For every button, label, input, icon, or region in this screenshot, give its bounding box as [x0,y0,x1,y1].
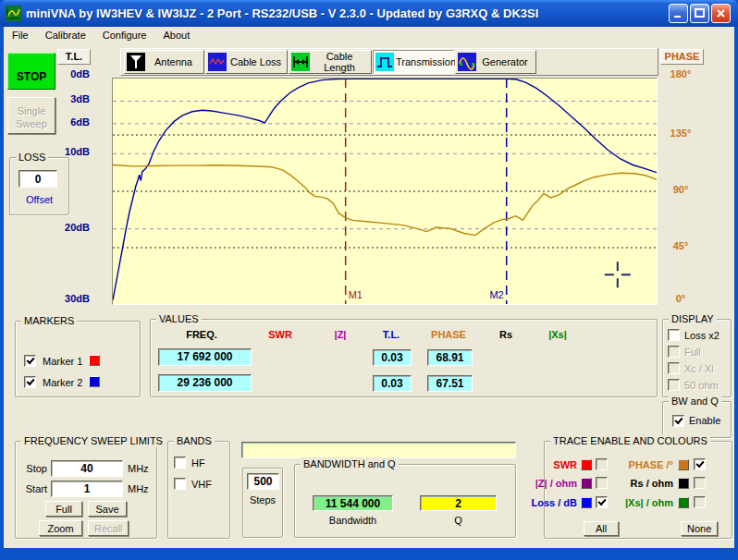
bands-group: BANDS [167,441,230,539]
close-button[interactable] [711,4,731,23]
chart-plot-area[interactable]: M1M2 [112,78,658,305]
tl-tick-20db: 20dB [43,222,90,233]
marker-2-color-chip[interactable] [89,376,100,387]
start-label: Start [21,483,47,494]
trace-label-swr: SWR [503,459,577,470]
mode-toolbar: AntennaCable LossCable LengthTransmissio… [120,48,658,76]
phase-value-m1: 68.91 [427,349,473,366]
display-full-label: Full [684,347,701,358]
maximize-button[interactable] [690,4,709,23]
trace-enable-group: TRACE ENABLE AND COLOURS All None [544,441,732,539]
display-50-ohm-checkbox [668,379,680,391]
marker-1-label: Marker 1 [43,356,82,367]
window-title: miniVNA by IW3HEV & IW3IJZ - 2 Port - RS… [26,6,669,20]
menu-item-file[interactable]: File [4,28,37,43]
steps-input[interactable] [247,473,279,490]
tab-label-transmission: Transmission [396,56,460,67]
bandwidth-label: Bandwidth [313,515,393,526]
trace-loss-db [113,79,657,300]
tl-tick-6db: 6dB [43,116,90,128]
steps-label: Steps [243,494,282,505]
antenna-icon [127,53,145,71]
trace-label-rs-ohm: Rs / ohm [599,478,673,489]
trace-chip-phase[interactable] [678,459,689,470]
trace-label-phase: PHASE /° [599,459,673,470]
tab-generator[interactable]: Generator [455,50,536,74]
display-xc-xl-label: Xc / Xl [684,363,714,374]
values-header-xs: |Xs| [525,329,590,340]
band-hf-checkbox[interactable] [174,457,186,469]
save-button[interactable]: Save [88,501,127,517]
freq-value-m2: 29 236 000 [158,374,252,392]
app-icon [6,6,21,21]
values-header-freq: FREQ. [169,329,234,340]
titlebar[interactable]: miniVNA by IW3HEV & IW3IJZ - 2 Port - RS… [0,0,738,27]
sweep-limits-group: FREQUENCY SWEEP LIMITS Stop MHz Start MH… [15,441,157,539]
bandwidth-value: 11 544 000 [313,495,393,511]
trace-chip-loss-db[interactable] [581,497,592,508]
menu-item-calibrate[interactable]: Calibrate [37,28,94,43]
steps-group: Steps [242,468,283,538]
phase-tick-90deg: 90° [661,184,700,195]
marker-2-checkbox[interactable] [24,376,36,388]
trace-chip-xs-ohm[interactable] [678,497,689,508]
menu-item-configure[interactable]: Configure [94,28,155,43]
trace-phase [113,165,657,236]
client-area: STOP Single Sweep T.L. PHASE LOSS Offset… [4,44,734,548]
tab-label-cable-length: Cable Length [312,51,371,73]
tl-tick-10db: 10dB [43,146,90,157]
display-50-ohm-label: 50 ohm [684,380,719,391]
stop-freq-input[interactable] [51,460,123,477]
minimize-button[interactable] [669,4,688,23]
trace-checkbox-phase[interactable] [694,458,706,470]
tl-tick-3db: 3dB [43,93,90,104]
display-loss-x2-checkbox[interactable] [668,329,680,341]
cable-length-icon [291,53,310,71]
trace-enable-title: TRACE ENABLE AND COLOURS [550,434,710,447]
tl-value-m2: 0.03 [373,375,412,392]
tab-transmission[interactable]: Transmission [373,50,454,74]
tab-antenna[interactable]: Antenna [124,50,204,74]
status-field [241,442,516,458]
start-freq-input[interactable] [51,481,123,497]
bands-group-title: BANDS [174,434,215,447]
trace-checkbox-rs-ohm[interactable] [694,477,706,489]
trace-chip-z-ohm[interactable] [581,478,592,489]
trace-checkbox-xs-ohm[interactable] [694,496,706,508]
trace-chip-rs-ohm[interactable] [678,478,689,489]
bw-q-group-title: BW and Q [669,395,721,408]
trace-chip-swr[interactable] [581,459,592,470]
cable-loss-icon [208,53,227,71]
marker-label-m1: M1 [349,289,363,300]
display-group-title: DISPLAY [669,312,717,325]
markers-group-title: MARKERS [21,314,77,327]
full-button[interactable]: Full [45,501,82,517]
tl-axis-label: T.L. [57,49,91,65]
q-label: Q [420,515,497,526]
zoom-button[interactable]: Zoom [39,520,82,536]
stop-unit-label: MHz [128,463,149,474]
bandwidth-q-title: BANDWIDTH and Q [301,457,399,470]
tab-cable-length[interactable]: Cable Length [289,50,372,74]
phase-tick-0deg: 0° [661,293,700,304]
menu-item-about[interactable]: About [154,28,198,43]
band-vhf-label: VHF [191,479,212,490]
display-loss-x2-label: Loss x2 [684,330,720,341]
band-vhf-checkbox[interactable] [174,478,186,490]
trace-none-button[interactable]: None [681,521,718,536]
trace-all-button[interactable]: All [584,521,619,536]
tab-cable-loss[interactable]: Cable Loss [205,50,288,74]
bwq-enable-label: Enable [689,415,720,426]
tl-tick-30db: 30dB [43,293,90,304]
marker-1-checkbox[interactable] [24,355,36,367]
phase-tick-180deg: 180° [661,68,700,79]
trace-label-loss-db: Loss / dB [503,497,577,508]
bw-q-group: BW and Q Enable [662,401,732,438]
marker-1-color-chip[interactable] [89,355,100,366]
loss-offset-input[interactable] [18,170,57,188]
q-value: 2 [420,495,497,511]
bwq-enable-checkbox[interactable] [672,415,684,427]
phase-tick-45deg: 45° [661,240,700,251]
tab-label-antenna: Antenna [147,56,203,67]
freq-value-m1: 17 692 000 [158,348,252,366]
